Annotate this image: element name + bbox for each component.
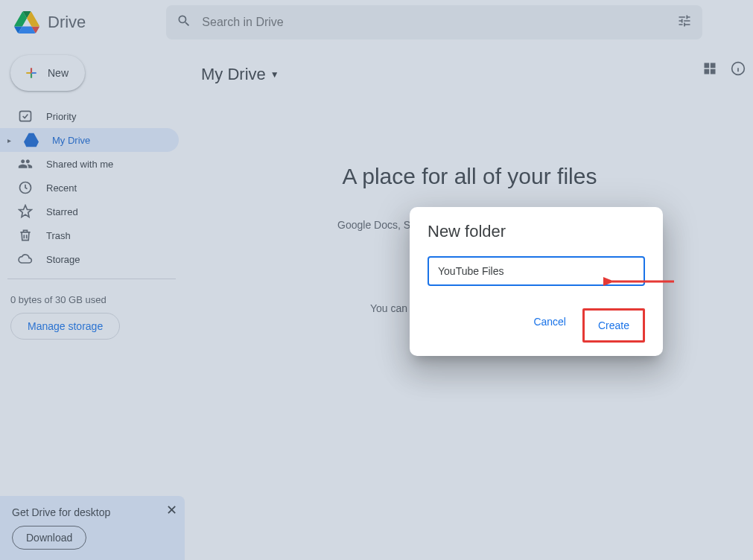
sidebar-item-shared[interactable]: Shared with me (0, 152, 179, 176)
sidebar-item-label: Priority (46, 111, 76, 122)
divider (7, 279, 176, 279)
modal-title: New folder (428, 222, 645, 241)
new-folder-modal: New folder Cancel Create (410, 207, 663, 356)
new-button[interactable]: New (10, 55, 85, 91)
priority-icon (18, 109, 33, 124)
plus-icon (24, 66, 39, 80)
search-input[interactable] (202, 16, 667, 29)
sidebar-item-label: Shared with me (46, 159, 113, 170)
sidebar-item-starred[interactable]: Starred (0, 200, 179, 223)
create-button-highlight: Create (582, 308, 645, 343)
tune-icon[interactable] (677, 13, 692, 31)
people-icon (18, 156, 33, 171)
breadcrumb-title: My Drive (201, 65, 266, 84)
drive-icon (24, 133, 39, 147)
desktop-promo-banner: ✕ Get Drive for desktop Download (0, 496, 185, 560)
manage-storage-button[interactable]: Manage storage (10, 313, 120, 340)
download-button[interactable]: Download (12, 526, 86, 550)
new-button-label: New (48, 67, 69, 79)
sidebar-item-label: Trash (46, 230, 71, 241)
chevron-right-icon: ▸ (7, 136, 13, 144)
sidebar-item-label: My Drive (52, 135, 90, 146)
sidebar-item-label: Recent (46, 182, 77, 194)
info-icon[interactable] (731, 61, 746, 79)
sidebar-item-label: Storage (46, 254, 80, 265)
grid-view-icon[interactable] (702, 61, 717, 79)
chevron-down-icon: ▼ (270, 69, 279, 80)
breadcrumb[interactable]: My Drive ▼ (201, 52, 738, 97)
sidebar-item-storage[interactable]: Storage (0, 247, 179, 271)
drive-logo (12, 7, 42, 37)
cancel-button[interactable]: Cancel (523, 308, 576, 335)
sidebar-item-trash[interactable]: Trash (0, 223, 179, 247)
sidebar-item-recent[interactable]: Recent (0, 176, 179, 200)
empty-state-title: A place for all of your files (201, 164, 738, 189)
search-bar[interactable] (166, 5, 702, 39)
cloud-icon (18, 252, 33, 267)
sidebar-item-mydrive[interactable]: ▸ My Drive (0, 128, 179, 152)
search-icon (177, 13, 191, 31)
app-title: Drive (48, 13, 86, 32)
sidebar: New Priority ▸ My Drive Shared with me R… (0, 45, 186, 560)
close-icon[interactable]: ✕ (166, 502, 177, 518)
sidebar-item-priority[interactable]: Priority (0, 104, 179, 128)
storage-usage-text: 0 bytes of 30 GB used (10, 294, 179, 305)
star-icon (18, 204, 33, 219)
clock-icon (18, 180, 33, 195)
sidebar-item-label: Starred (46, 206, 78, 217)
desktop-promo-title: Get Drive for desktop (12, 506, 173, 518)
create-button[interactable]: Create (588, 312, 640, 339)
svg-rect-0 (20, 111, 31, 121)
trash-icon (18, 228, 33, 243)
folder-name-input[interactable] (428, 256, 645, 286)
